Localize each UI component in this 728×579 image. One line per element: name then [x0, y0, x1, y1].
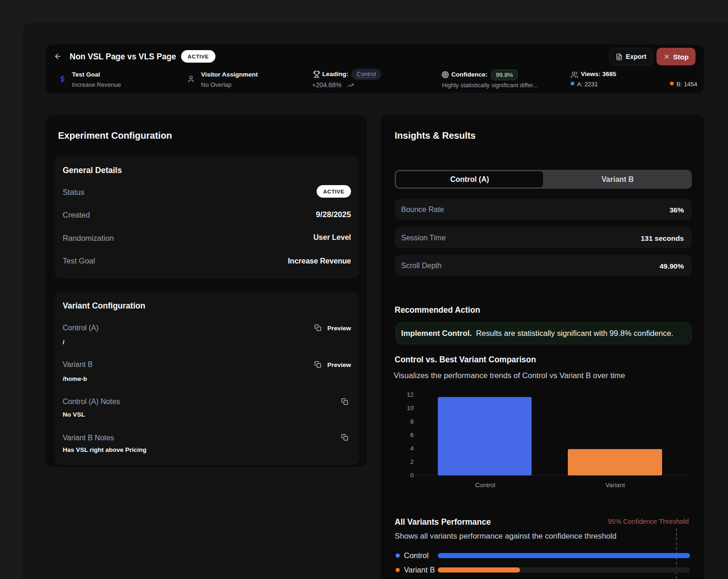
svg-text:4: 4: [410, 445, 414, 452]
svg-text:0: 0: [410, 472, 414, 479]
svg-text:Variant: Variant: [605, 482, 625, 489]
svg-text:2: 2: [410, 458, 414, 465]
svg-text:6: 6: [410, 431, 414, 438]
svg-text:12: 12: [407, 391, 414, 398]
svg-text:10: 10: [407, 405, 414, 412]
svg-text:8: 8: [410, 418, 414, 425]
svg-text:Control: Control: [475, 482, 495, 489]
